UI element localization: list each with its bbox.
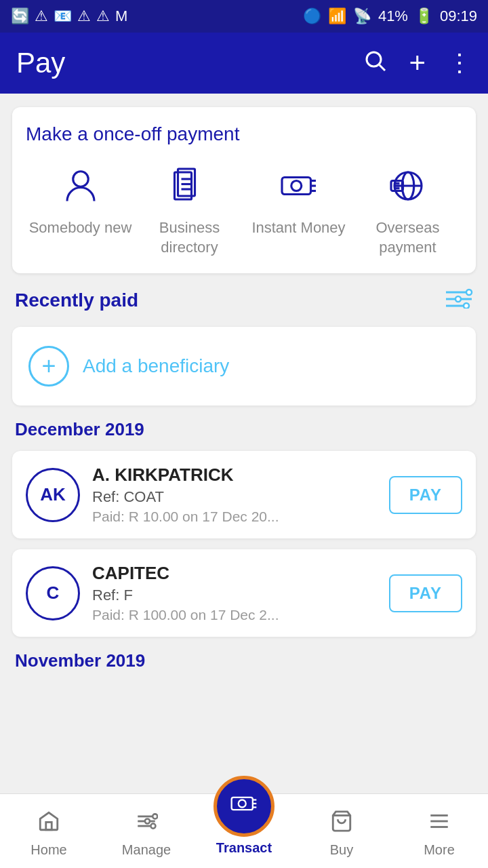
overseas-payment-icon	[388, 161, 428, 210]
app-bar-actions: + ⋮	[363, 47, 472, 79]
add-beneficiary-icon: +	[28, 346, 69, 387]
warning-icon-1: ⚠	[35, 7, 48, 25]
buy-icon	[330, 810, 353, 838]
nav-item-manage[interactable]: Manage	[98, 804, 195, 858]
pay-button-capitec[interactable]: PAY	[389, 574, 462, 612]
add-beneficiary-card[interactable]: + Add a beneficiary	[12, 327, 476, 406]
nav-item-home[interactable]: Home	[0, 804, 98, 858]
svg-rect-27	[46, 822, 52, 829]
svg-line-1	[380, 64, 385, 70]
battery-level: 41%	[378, 7, 408, 25]
app-bar: Pay + ⋮	[0, 33, 488, 94]
nav-item-buy[interactable]: Buy	[293, 804, 390, 858]
signal-icon: 📡	[353, 7, 371, 25]
nav-item-transact[interactable]: Transact	[195, 806, 293, 856]
search-icon[interactable]	[363, 48, 387, 79]
beneficiary-ref-kirkpatrick: Ref: COAT	[92, 488, 377, 506]
beneficiary-card-kirkpatrick: AK A. KIRKPATRICK Ref: COAT Paid: R 10.0…	[12, 451, 476, 538]
svg-point-29	[152, 814, 157, 818]
nav-label-home: Home	[30, 842, 66, 858]
status-left: 🔄 ⚠ 📧 ⚠ ⚠ M	[11, 7, 127, 25]
beneficiary-paid-capitec: Paid: R 100.00 on 17 Dec 2...	[92, 607, 377, 623]
recently-paid-header: Recently paid	[12, 284, 476, 316]
svg-point-2	[73, 172, 88, 187]
warning-icon-3: ⚠	[96, 7, 110, 25]
svg-point-34	[150, 824, 155, 829]
overseas-payment-label: Overseas payment	[353, 218, 462, 257]
business-directory-icon	[169, 161, 210, 210]
nav-label-manage: Manage	[122, 842, 171, 858]
business-directory-label: Business directory	[135, 218, 244, 257]
email-warning-icon: 📧	[54, 7, 72, 25]
transact-fab-icon	[229, 789, 259, 825]
time: 09:19	[440, 7, 477, 25]
payment-option-somebody-new[interactable]: Somebody new	[26, 161, 135, 257]
home-icon	[37, 810, 60, 838]
manage-icon	[135, 810, 158, 838]
svg-point-21	[466, 290, 472, 295]
battery-icon: 🔋	[415, 7, 433, 25]
nav-label-transact: Transact	[216, 840, 272, 856]
recently-paid-title: Recently paid	[15, 290, 138, 311]
beneficiary-info-capitec: CAPITEC Ref: F Paid: R 100.00 on 17 Dec …	[92, 563, 377, 623]
status-bar: 🔄 ⚠ 📧 ⚠ ⚠ M 🔵 📶 📡 41% 🔋 09:19	[0, 0, 488, 33]
beneficiary-name-kirkpatrick: A. KIRKPATRICK	[92, 465, 377, 486]
nav-label-more: More	[424, 842, 455, 858]
instant-money-icon	[279, 161, 319, 210]
avatar-kirkpatrick: AK	[26, 468, 80, 522]
transact-fab[interactable]	[214, 776, 274, 837]
beneficiary-info-kirkpatrick: A. KIRKPATRICK Ref: COAT Paid: R 10.00 o…	[92, 465, 377, 525]
status-right: 🔵 📶 📡 41% 🔋 09:19	[303, 7, 477, 25]
bluetooth-icon: 🔵	[303, 7, 321, 25]
instant-money-label: Instant Money	[251, 218, 345, 238]
add-beneficiary-label: Add a beneficiary	[83, 355, 229, 377]
once-off-payment-card: Make a once-off payment Somebody new	[12, 107, 476, 273]
beneficiary-paid-kirkpatrick: Paid: R 10.00 on 17 Dec 20...	[92, 509, 377, 525]
svg-point-0	[367, 52, 381, 66]
nav-item-more[interactable]: More	[390, 804, 488, 858]
gmail-icon: M	[115, 7, 127, 25]
warning-icon-2: ⚠	[77, 7, 91, 25]
more-icon	[428, 810, 451, 838]
svg-point-36	[239, 800, 246, 807]
nav-label-buy: Buy	[330, 842, 353, 858]
month-label-november: November 2019	[12, 650, 476, 671]
beneficiary-card-capitec: C CAPITEC Ref: F Paid: R 100.00 on 17 De…	[12, 549, 476, 637]
wifi-icon: 📶	[328, 7, 346, 25]
svg-point-23	[455, 296, 461, 302]
filter-icon[interactable]	[445, 287, 473, 313]
svg-point-26	[464, 303, 469, 309]
once-off-payment-title: Make a once-off payment	[26, 123, 462, 145]
payment-option-business-directory[interactable]: Business directory	[135, 161, 244, 257]
payment-options: Somebody new Business directory	[26, 161, 462, 257]
payment-option-overseas-payment[interactable]: Overseas payment	[353, 161, 462, 257]
svg-point-9	[291, 181, 301, 191]
beneficiary-ref-capitec: Ref: F	[92, 587, 377, 604]
svg-point-31	[145, 818, 150, 823]
avatar-capitec: C	[26, 566, 80, 620]
bottom-nav: Home Manage	[0, 793, 488, 868]
beneficiary-name-capitec: CAPITEC	[92, 563, 377, 584]
payment-option-instant-money[interactable]: Instant Money	[244, 161, 353, 257]
somebody-new-label: Somebody new	[29, 218, 132, 238]
pay-button-kirkpatrick[interactable]: PAY	[389, 476, 462, 514]
somebody-new-icon	[60, 161, 101, 210]
add-icon[interactable]: +	[409, 47, 426, 79]
main-content: Make a once-off payment Somebody new	[0, 94, 488, 777]
month-label-december: December 2019	[12, 419, 476, 440]
sync-icon: 🔄	[11, 7, 29, 25]
overflow-menu-icon[interactable]: ⋮	[447, 49, 472, 77]
app-bar-title: Pay	[16, 47, 65, 79]
